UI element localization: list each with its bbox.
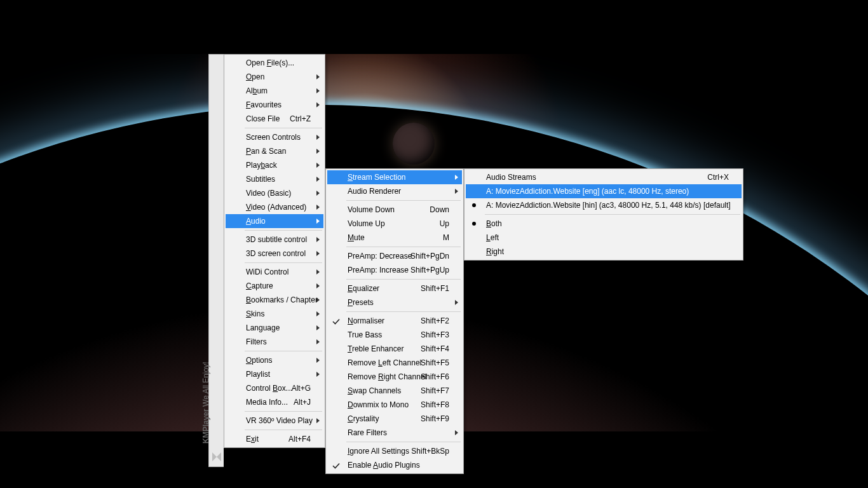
menu-item-label: Media Info...	[246, 398, 288, 407]
main-menu-item-playlist[interactable]: Playlist	[226, 367, 323, 381]
audio-menu-item-enable-audio-plugins[interactable]: Enable Audio Plugins	[327, 458, 462, 472]
audio-menu-item-presets[interactable]: Presets	[327, 295, 462, 309]
audio-menu-item-rare-filters[interactable]: Rare Filters	[327, 426, 462, 440]
menu-item-label: VR 360º Video Play	[246, 416, 313, 425]
submenu-arrow-icon	[316, 88, 320, 93]
submenu-arrow-icon	[316, 74, 320, 79]
audio-menu-item-crystality[interactable]: CrystalityShift+F9	[327, 412, 462, 426]
main-menu-item-exit[interactable]: ExitAlt+F4	[226, 432, 323, 446]
main-menu-separator	[245, 351, 322, 351]
stream-menu-item-a-moviezaddiction-website-hin-ac3-48000-[interactable]: A: MoviezAddiction.Website [hin] (ac3, 4…	[466, 198, 742, 212]
audio-menu-item-preamp-decrease[interactable]: PreAmp: DecreaseShift+PgDn	[327, 249, 462, 263]
main-menu-item-open[interactable]: Open	[226, 70, 323, 84]
menu-item-shortcut: Up	[440, 217, 449, 231]
stream-menu-item-audio-streams[interactable]: Audio StreamsCtrl+X	[466, 170, 742, 184]
main-menu-item-favourites[interactable]: Favourites	[226, 98, 323, 112]
audio-menu-item-treble-enhancer[interactable]: Treble EnhancerShift+F4	[327, 342, 462, 356]
main-menu-item-3d-screen-control[interactable]: 3D screen control	[226, 247, 323, 261]
menu-item-label: PreAmp: Increase	[348, 266, 409, 274]
audio-menu-item-remove-left-channel[interactable]: Remove Left ChannelShift+F5	[327, 356, 462, 370]
main-menu-item-audio[interactable]: Audio	[226, 214, 323, 228]
menu-item-label: 3D screen control	[246, 249, 306, 258]
menu-item-label: Skins	[246, 309, 264, 318]
kmplayer-logo-icon	[211, 451, 222, 463]
main-menu-item-subtitles[interactable]: Subtitles	[226, 172, 323, 186]
main-menu-item-close-file[interactable]: Close FileCtrl+Z	[226, 112, 323, 126]
main-menu-item-widi-control[interactable]: WiDi Control	[226, 265, 323, 279]
submenu-arrow-icon	[316, 297, 320, 302]
main-menu-item-3d-subtitle-control[interactable]: 3D subtitle control	[226, 233, 323, 247]
main-menu-item-control-box[interactable]: Control Box...Alt+G	[226, 381, 323, 395]
audio-menu-item-ignore-all-settings[interactable]: Ignore All SettingsShift+BkSp	[327, 444, 462, 458]
submenu-arrow-icon	[455, 300, 458, 305]
menu-item-label: Rare Filters	[348, 428, 387, 437]
menu-item-label: PreAmp: Decrease	[348, 252, 412, 261]
context-menu-stream-selection: Audio StreamsCtrl+XA: MoviezAddiction.We…	[464, 168, 743, 261]
main-menu-item-media-info[interactable]: Media Info...Alt+J	[226, 395, 323, 409]
kmplayer-title-strip: KMPlayer We All Enjoy!	[208, 54, 224, 467]
main-menu-item-screen-controls[interactable]: Screen Controls	[226, 130, 323, 144]
context-menu-main: Open File(s)...OpenAlbumFavouritesClose …	[224, 54, 325, 448]
menu-item-label: Mute	[348, 233, 365, 242]
menu-item-label: Both	[486, 219, 502, 228]
audio-menu-item-volume-down[interactable]: Volume DownDown	[327, 203, 462, 217]
audio-menu-item-normaliser[interactable]: NormaliserShift+F2	[327, 314, 462, 328]
stream-menu-item-both[interactable]: Both	[466, 217, 742, 231]
svg-marker-1	[217, 452, 221, 461]
menu-item-label: Treble Enhancer	[348, 344, 403, 353]
audio-menu-item-remove-right-channel[interactable]: Remove Right ChannelShift+F6	[327, 370, 462, 384]
audio-menu-item-stream-selection[interactable]: Stream Selection	[327, 170, 462, 184]
stream-menu-item-right[interactable]: Right	[466, 245, 742, 259]
context-menu-audio: Stream SelectionAudio RendererVolume Dow…	[325, 168, 464, 474]
submenu-arrow-icon	[316, 219, 320, 224]
menu-item-label: Control Box...	[246, 384, 292, 393]
main-menu-item-pan-scan[interactable]: Pan & Scan	[226, 144, 323, 158]
main-menu-item-skins[interactable]: Skins	[226, 307, 323, 321]
main-menu-item-video-advanced[interactable]: Video (Advanced)	[226, 200, 323, 214]
stream-menu-item-a-moviezaddiction-website-eng-aac-lc-480[interactable]: A: MoviezAddiction.Website [eng] (aac lc…	[466, 184, 742, 198]
menu-item-label: Pan & Scan	[246, 147, 286, 156]
main-menu-item-open-file-s[interactable]: Open File(s)...	[226, 56, 323, 70]
main-menu-separator	[245, 430, 322, 430]
menu-item-shortcut: Shift+F2	[421, 314, 449, 328]
main-menu-item-options[interactable]: Options	[226, 353, 323, 367]
audio-menu-item-true-bass[interactable]: True BassShift+F3	[327, 328, 462, 342]
menu-item-label: Normaliser	[348, 316, 384, 325]
menu-item-label: Options	[246, 356, 272, 365]
menu-item-label: Subtitles	[246, 175, 275, 184]
menu-item-label: A: MoviezAddiction.Website [eng] (aac lc…	[486, 187, 689, 196]
main-menu-item-album[interactable]: Album	[226, 84, 323, 98]
main-menu-item-vr-360-video-play[interactable]: VR 360º Video Play	[226, 414, 323, 428]
audio-menu-item-volume-up[interactable]: Volume UpUp	[327, 217, 462, 231]
menu-item-label: 3D subtitle control	[246, 235, 307, 244]
menu-item-label: Volume Up	[348, 219, 385, 228]
main-menu-separator	[245, 262, 322, 263]
audio-menu-item-equalizer[interactable]: EqualizerShift+F1	[327, 281, 462, 295]
audio-menu-item-downmix-to-mono[interactable]: Downmix to MonoShift+F8	[327, 398, 462, 412]
main-menu-item-language[interactable]: Language	[226, 321, 323, 335]
submenu-arrow-icon	[316, 269, 320, 274]
stream-menu-item-left[interactable]: Left	[466, 231, 742, 245]
submenu-arrow-icon	[455, 175, 458, 180]
main-menu-separator	[245, 128, 322, 128]
main-menu-item-filters[interactable]: Filters	[226, 335, 323, 349]
svg-marker-0	[212, 452, 217, 461]
menu-item-shortcut: Down	[430, 203, 449, 217]
audio-menu-item-audio-renderer[interactable]: Audio Renderer	[327, 184, 462, 198]
audio-menu-item-mute[interactable]: MuteM	[327, 231, 462, 245]
menu-item-label: Open File(s)...	[246, 58, 294, 67]
audio-menu-item-preamp-increase[interactable]: PreAmp: IncreaseShift+PgUp	[327, 263, 462, 277]
submenu-arrow-icon	[316, 339, 320, 344]
main-menu-item-capture[interactable]: Capture	[226, 279, 323, 293]
audio-menu-item-swap-channels[interactable]: Swap ChannelsShift+F7	[327, 384, 462, 398]
menu-item-shortcut: M	[443, 231, 449, 245]
main-menu-item-bookmarks-chapter[interactable]: Bookmarks / Chapter	[226, 293, 323, 307]
main-menu-item-playback[interactable]: Playback	[226, 158, 323, 172]
submenu-arrow-icon	[316, 311, 320, 316]
submenu-arrow-icon	[316, 237, 320, 242]
menu-item-shortcut: Shift+F6	[421, 370, 449, 384]
submenu-arrow-icon	[316, 325, 320, 330]
menu-item-label: Open	[246, 72, 264, 81]
menu-item-shortcut: Alt+J	[294, 395, 311, 409]
main-menu-item-video-basic[interactable]: Video (Basic)	[226, 186, 323, 200]
